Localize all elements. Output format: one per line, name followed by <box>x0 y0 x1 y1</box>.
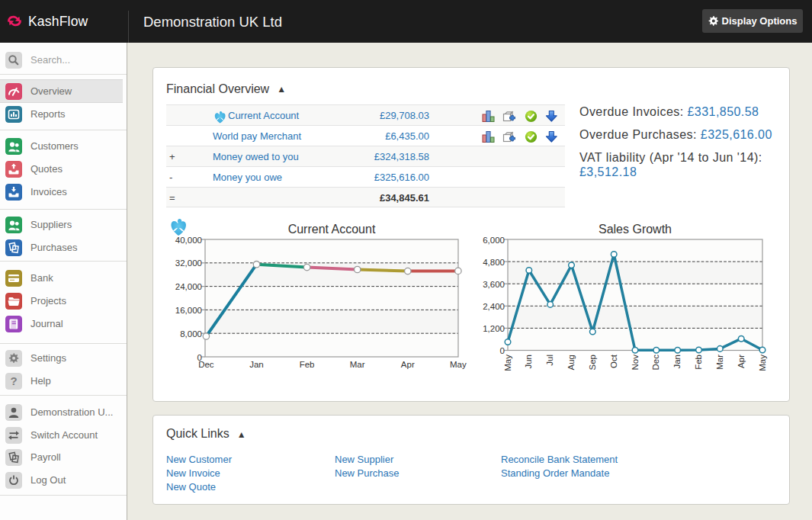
svg-text:40,000: 40,000 <box>175 236 202 245</box>
svg-text:Dec: Dec <box>198 360 214 369</box>
svg-text:32,000: 32,000 <box>175 258 202 268</box>
svg-text:1,200: 1,200 <box>483 324 505 333</box>
svg-text:Feb: Feb <box>300 360 315 369</box>
svg-text:Jul: Jul <box>545 355 554 366</box>
svg-text:8,000: 8,000 <box>180 329 202 339</box>
svg-text:Jan: Jan <box>672 355 682 369</box>
svg-text:Nov: Nov <box>631 355 640 371</box>
svg-text:6,000: 6,000 <box>483 236 505 245</box>
svg-text:May: May <box>450 360 467 369</box>
svg-text:Sales Growth: Sales Growth <box>599 223 672 236</box>
svg-text:Feb: Feb <box>694 355 703 370</box>
svg-text:May: May <box>758 355 767 371</box>
svg-text:Mar: Mar <box>715 355 724 370</box>
svg-text:0: 0 <box>500 346 505 355</box>
svg-text:Oct: Oct <box>609 354 618 368</box>
svg-text:Apr: Apr <box>737 355 746 368</box>
svg-text:2,400: 2,400 <box>483 302 505 311</box>
svg-text:Aug: Aug <box>566 355 576 370</box>
svg-text:4,800: 4,800 <box>483 258 505 267</box>
svg-text:Jun: Jun <box>524 355 533 369</box>
svg-text:24,000: 24,000 <box>175 282 202 291</box>
svg-text:Mar: Mar <box>350 360 365 369</box>
svg-text:Sep: Sep <box>588 355 597 370</box>
svg-text:Dec: Dec <box>651 355 660 371</box>
svg-text:Jan: Jan <box>249 360 264 369</box>
svg-text:May: May <box>503 355 512 371</box>
svg-text:3,600: 3,600 <box>483 280 505 289</box>
svg-text:16,000: 16,000 <box>175 306 202 315</box>
svg-text:Current Account: Current Account <box>288 223 376 236</box>
svg-text:?: ? <box>10 374 17 387</box>
svg-text:Apr: Apr <box>401 360 415 369</box>
